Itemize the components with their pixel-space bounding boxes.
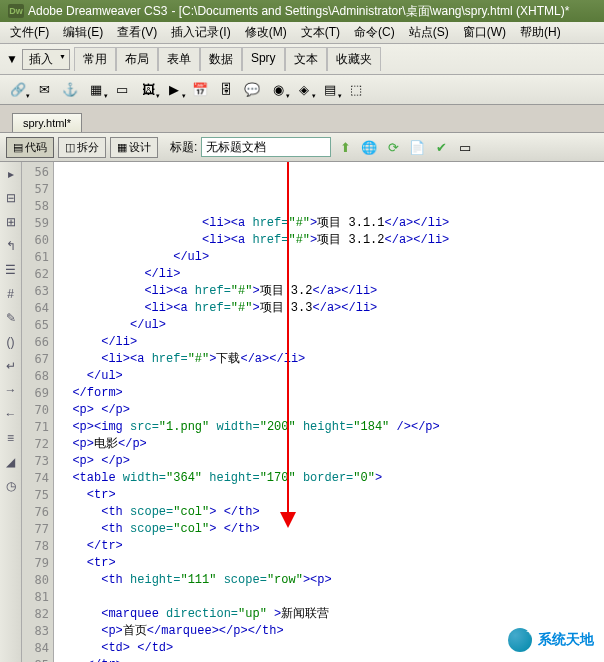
menu-item[interactable]: 窗口(W)	[457, 22, 512, 43]
code-line[interactable]: </ul>	[58, 368, 600, 385]
code-line[interactable]: <th height="111" scope="row"><p>	[58, 572, 600, 589]
code-line[interactable]: <p>电影</p>	[58, 436, 600, 453]
code-line[interactable]: <li><a href="#">项目 3.3</a></li>	[58, 300, 600, 317]
code-line[interactable]: </li>	[58, 334, 600, 351]
code-line[interactable]: <li><a href="#">项目 3.1.2</a></li>	[58, 232, 600, 249]
menu-item[interactable]: 文件(F)	[4, 22, 55, 43]
menu-item[interactable]: 查看(V)	[111, 22, 163, 43]
tag-icon[interactable]: ⬚	[346, 80, 366, 100]
parent-icon[interactable]: ↰	[3, 238, 19, 254]
refresh-icon[interactable]: ⟳	[383, 137, 403, 157]
insert-toggle[interactable]: ▼	[6, 52, 18, 66]
code-line[interactable]: <li><a href="#">项目 3.1.1</a></li>	[58, 215, 600, 232]
script-icon[interactable]: ◈	[294, 80, 314, 100]
select-icon[interactable]: ☰	[3, 262, 19, 278]
template-icon[interactable]: ▤	[320, 80, 340, 100]
menu-item[interactable]: 命令(C)	[348, 22, 401, 43]
insert-tab[interactable]: 收藏夹	[327, 47, 381, 71]
code-line[interactable]: <p><img src="1.png" width="200" height="…	[58, 419, 600, 436]
menu-item[interactable]: 帮助(H)	[514, 22, 567, 43]
design-view-button[interactable]: ▦ 设计	[110, 137, 158, 158]
code-line[interactable]: </form>	[58, 385, 600, 402]
snippet-icon[interactable]: ◢	[3, 454, 19, 470]
email-icon[interactable]: ✉	[34, 80, 54, 100]
document-tab[interactable]: spry.html*	[12, 113, 82, 132]
document-area: spry.html*	[0, 105, 604, 132]
title-label: 标题:	[170, 139, 197, 156]
menu-item[interactable]: 站点(S)	[403, 22, 455, 43]
insert-tab[interactable]: 常用	[74, 47, 116, 71]
line-gutter: 5657585960616263646566676869707172737475…	[22, 162, 54, 662]
watermark-icon	[508, 628, 532, 652]
table-icon[interactable]: ▦	[86, 80, 106, 100]
code-line[interactable]: <tr>	[58, 555, 600, 572]
split-view-button[interactable]: ◫ 拆分	[58, 137, 106, 158]
menu-item[interactable]: 文本(T)	[295, 22, 346, 43]
format-icon[interactable]: ≡	[3, 430, 19, 446]
code-line[interactable]	[58, 589, 600, 606]
open-docs-icon[interactable]: ▸	[3, 166, 19, 182]
anchor-icon[interactable]: ⚓	[60, 80, 80, 100]
line-num-icon[interactable]: #	[3, 286, 19, 302]
icon-toolbar: 🔗 ✉ ⚓ ▦ ▭ 🖼 ▶ 📅 🗄 💬 ◉ ◈ ▤ ⬚	[0, 75, 604, 105]
menu-item[interactable]: 插入记录(I)	[165, 22, 236, 43]
title-input[interactable]	[201, 137, 331, 157]
insert-tab[interactable]: 数据	[200, 47, 242, 71]
code-line[interactable]: </li>	[58, 266, 600, 283]
code-line[interactable]: <p> </p>	[58, 402, 600, 419]
hyperlink-icon[interactable]: 🔗	[8, 80, 28, 100]
title-bar: Dw Adobe Dreamweaver CS3 - [C:\Documents…	[0, 0, 604, 22]
code-line[interactable]: <p> </p>	[58, 453, 600, 470]
upload-icon[interactable]: ⬆	[335, 137, 355, 157]
globe-icon[interactable]: 🌐	[359, 137, 379, 157]
insert-tabs: 常用布局表单数据Spry文本收藏夹	[74, 47, 381, 71]
code-line[interactable]: </tr>	[58, 657, 600, 662]
indent-icon[interactable]: →	[3, 382, 19, 398]
code-line[interactable]: </ul>	[58, 249, 600, 266]
menu-item[interactable]: 编辑(E)	[57, 22, 109, 43]
code-line[interactable]: <marquee direction="up" >新闻联营	[58, 606, 600, 623]
menu-item[interactable]: 修改(M)	[239, 22, 293, 43]
watermark-text: 系统天地	[538, 631, 594, 649]
insert-dropdown[interactable]: 插入	[22, 49, 70, 70]
check-icon[interactable]: ✔	[431, 137, 451, 157]
insert-tab[interactable]: 文本	[285, 47, 327, 71]
doc-icon[interactable]: 📄	[407, 137, 427, 157]
app-title: Adobe Dreamweaver CS3	[28, 4, 167, 18]
code-view-button[interactable]: ▤ 代码	[6, 137, 54, 158]
code-area[interactable]: <li><a href="#">项目 3.1.1</a></li> <li><a…	[54, 162, 604, 662]
code-line[interactable]: <th scope="col"> </th>	[58, 504, 600, 521]
code-line[interactable]: <li><a href="#">下载</a></li>	[58, 351, 600, 368]
code-line[interactable]: <table width="364" height="170" border="…	[58, 470, 600, 487]
code-line[interactable]: <th scope="col"> </th>	[58, 521, 600, 538]
watermark: 系统天地	[508, 628, 594, 652]
expand-icon[interactable]: ⊞	[3, 214, 19, 230]
media-icon[interactable]: ▶	[164, 80, 184, 100]
div-icon[interactable]: ▭	[112, 80, 132, 100]
comment-icon[interactable]: 💬	[242, 80, 262, 100]
insert-tab[interactable]: Spry	[242, 47, 285, 71]
code-line[interactable]: </ul>	[58, 317, 600, 334]
wrap-icon[interactable]: ↵	[3, 358, 19, 374]
code-line[interactable]: </tr>	[58, 538, 600, 555]
server-icon[interactable]: 🗄	[216, 80, 236, 100]
recent-icon[interactable]: ◷	[3, 478, 19, 494]
code-toolbar: ▸ ⊟ ⊞ ↰ ☰ # ✎ () ↵ → ← ≡ ◢ ◷	[0, 162, 22, 662]
menu-bar: 文件(F)编辑(E)查看(V)插入记录(I)修改(M)文本(T)命令(C)站点(…	[0, 22, 604, 44]
options-icon[interactable]: ▭	[455, 137, 475, 157]
collapse-icon[interactable]: ⊟	[3, 190, 19, 206]
outdent-icon[interactable]: ←	[3, 406, 19, 422]
document-toolbar: ▤ 代码 ◫ 拆分 ▦ 设计 标题: ⬆ 🌐 ⟳ 📄 ✔ ▭	[0, 132, 604, 162]
highlight-icon[interactable]: ✎	[3, 310, 19, 326]
code-line[interactable]: <tr>	[58, 487, 600, 504]
app-icon: Dw	[8, 4, 24, 18]
insert-tab[interactable]: 表单	[158, 47, 200, 71]
image-icon[interactable]: 🖼	[138, 80, 158, 100]
date-icon[interactable]: 📅	[190, 80, 210, 100]
doc-path: - [C:\Documents and Settings\Administrat…	[171, 3, 569, 20]
code-line[interactable]: <li><a href="#">项目 3.2</a></li>	[58, 283, 600, 300]
balance-icon[interactable]: ()	[3, 334, 19, 350]
insert-tab[interactable]: 布局	[116, 47, 158, 71]
head-icon[interactable]: ◉	[268, 80, 288, 100]
editor: ▸ ⊟ ⊞ ↰ ☰ # ✎ () ↵ → ← ≡ ◢ ◷ 56575859606…	[0, 162, 604, 662]
